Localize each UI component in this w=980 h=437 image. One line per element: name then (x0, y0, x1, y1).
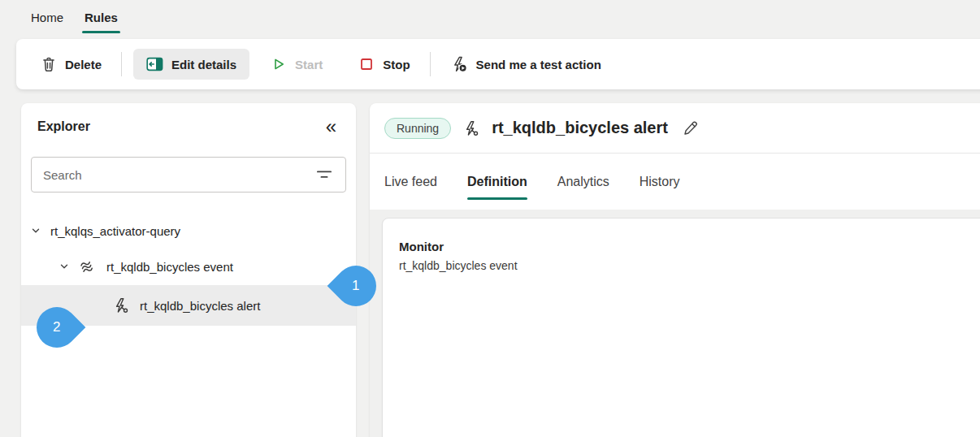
tab-history[interactable]: History (640, 154, 680, 210)
detail-tabs: Live feed Definition Analytics History (370, 154, 980, 210)
toolbar-divider (121, 52, 122, 76)
rule-icon (112, 296, 130, 314)
search-box (31, 157, 346, 193)
tab-analytics[interactable]: Analytics (557, 154, 609, 210)
trash-icon (41, 56, 57, 72)
definition-content: Monitor rt_kqldb_bicycles event (370, 210, 980, 437)
rule-icon (462, 119, 480, 137)
stop-icon (358, 56, 375, 72)
filter-icon[interactable] (316, 169, 332, 180)
edit-details-label: Edit details (171, 58, 236, 71)
tab-live-feed[interactable]: Live feed (384, 154, 437, 210)
toolbar: Delete Edit details Start Stop (16, 39, 980, 89)
collapse-panel-icon[interactable]: « (326, 118, 336, 136)
tab-definition[interactable]: Definition (467, 154, 527, 210)
tree-item-label: rt_kqldb_bicycles alert (140, 299, 260, 313)
explorer-title: Explorer (37, 119, 90, 134)
start-button[interactable]: Start (262, 50, 331, 79)
stop-button[interactable]: Stop (350, 50, 418, 79)
delete-label: Delete (65, 58, 102, 71)
stop-label: Stop (383, 58, 410, 71)
test-action-bolt-icon (450, 55, 468, 73)
tree-item-label: rt_kqlqs_activator-query (50, 224, 180, 238)
callout-number: 2 (53, 319, 60, 335)
eventstream-icon (79, 257, 97, 275)
monitor-value: rt_kqldb_bicycles event (399, 259, 980, 272)
tab-rules[interactable]: Rules (85, 0, 118, 36)
send-test-action-label: Send me a test action (476, 58, 601, 71)
tree-item-activator-query[interactable]: rt_kqlqs_activator-query (21, 214, 356, 248)
chevron-down-icon[interactable] (59, 262, 69, 271)
chevron-down-icon[interactable] (31, 226, 41, 236)
send-test-action-button[interactable]: Send me a test action (442, 49, 609, 80)
search-input[interactable] (32, 168, 316, 182)
tree-item-bicycles-event[interactable]: rt_kqldb_bicycles event (21, 248, 356, 285)
main-panel: Running rt_kqldb_bicycles alert Live fee… (370, 103, 980, 437)
title-row: Running rt_kqldb_bicycles alert (370, 103, 980, 154)
edit-details-icon (146, 56, 163, 72)
toolbar-divider (430, 52, 431, 76)
callout-number: 1 (352, 278, 359, 294)
monitor-card: Monitor rt_kqldb_bicycles event (382, 218, 980, 437)
start-label: Start (295, 58, 323, 71)
tab-home[interactable]: Home (31, 0, 63, 36)
edit-details-button[interactable]: Edit details (133, 49, 249, 80)
explorer-tree: rt_kqlqs_activator-query rt_kqldb_bicycl… (21, 214, 356, 326)
top-nav: Home Rules (0, 0, 980, 36)
tree-item-label: rt_kqldb_bicycles event (106, 260, 233, 274)
explorer-panel: Explorer « rt_kqlqs_activator-query (21, 103, 356, 437)
edit-title-pencil-icon[interactable] (683, 119, 700, 136)
page-title: rt_kqldb_bicycles alert (492, 119, 668, 137)
status-badge: Running (384, 118, 451, 139)
start-icon (271, 56, 287, 72)
monitor-heading: Monitor (399, 240, 980, 253)
delete-button[interactable]: Delete (33, 50, 110, 79)
